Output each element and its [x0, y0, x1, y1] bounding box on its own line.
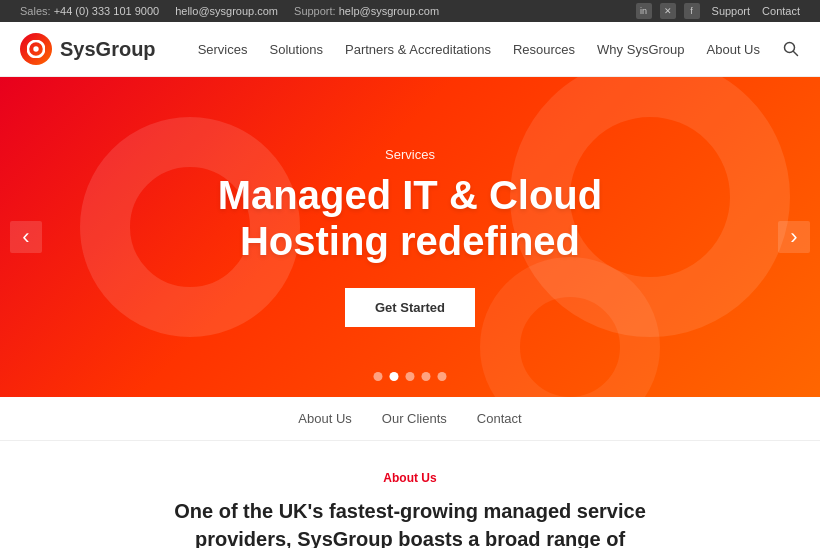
- hero-section: ‹ Services Managed IT & CloudHosting red…: [0, 77, 820, 397]
- nav-solutions[interactable]: Solutions: [270, 42, 323, 57]
- sub-nav-clients[interactable]: Our Clients: [382, 411, 447, 426]
- hero-title: Managed IT & CloudHosting redefined: [218, 172, 602, 264]
- about-section: About Us One of the UK's fastest-growing…: [0, 441, 820, 548]
- support-link[interactable]: Support: [712, 5, 751, 17]
- hero-dot-4[interactable]: [422, 372, 431, 381]
- logo[interactable]: SysGroup: [20, 33, 156, 65]
- top-bar-right: in ✕ f Support Contact: [636, 3, 800, 19]
- nav-services[interactable]: Services: [198, 42, 248, 57]
- support-email: help@sysgroup.com: [339, 5, 439, 17]
- about-label: About Us: [20, 471, 800, 485]
- logo-text: SysGroup: [60, 38, 156, 61]
- sales-label: Sales:: [20, 5, 51, 17]
- nav-bar: SysGroup Services Solutions Partners & A…: [0, 22, 820, 77]
- nav-resources[interactable]: Resources: [513, 42, 575, 57]
- nav-why-sysgroup[interactable]: Why SysGroup: [597, 42, 684, 57]
- contact-link[interactable]: Contact: [762, 5, 800, 17]
- svg-point-1: [33, 46, 38, 51]
- hero-cta-button[interactable]: Get Started: [345, 288, 475, 327]
- about-text: One of the UK's fastest-growing managed …: [150, 497, 670, 548]
- sub-nav-about[interactable]: About Us: [298, 411, 351, 426]
- nav-links: Services Solutions Partners & Accreditat…: [198, 40, 800, 58]
- support-info: Support: help@sysgroup.com: [294, 5, 439, 17]
- nav-about[interactable]: About Us: [707, 42, 760, 57]
- svg-line-3: [794, 52, 798, 56]
- top-bar: Sales: +44 (0) 333 101 9000 hello@sysgro…: [0, 0, 820, 22]
- hero-dot-5[interactable]: [438, 372, 447, 381]
- sales-phone: +44 (0) 333 101 9000: [54, 5, 160, 17]
- hero-subtitle: Services: [218, 147, 602, 162]
- logo-icon: [20, 33, 52, 65]
- hero-dot-2[interactable]: [390, 372, 399, 381]
- hero-dots: [374, 372, 447, 381]
- twitter-icon[interactable]: ✕: [660, 3, 676, 19]
- linkedin-icon[interactable]: in: [636, 3, 652, 19]
- sub-nav: About Us Our Clients Contact: [0, 397, 820, 441]
- hero-content: Services Managed IT & CloudHosting redef…: [218, 147, 602, 327]
- hero-next-button[interactable]: ›: [778, 221, 810, 253]
- support-label: Support:: [294, 5, 336, 17]
- sales-info: Sales: +44 (0) 333 101 9000: [20, 5, 159, 17]
- sub-nav-contact[interactable]: Contact: [477, 411, 522, 426]
- hero-dot-3[interactable]: [406, 372, 415, 381]
- social-icons: in ✕ f: [636, 3, 700, 19]
- hero-dot-1[interactable]: [374, 372, 383, 381]
- search-icon[interactable]: [782, 40, 800, 58]
- facebook-icon[interactable]: f: [684, 3, 700, 19]
- nav-partners[interactable]: Partners & Accreditations: [345, 42, 491, 57]
- top-bar-left: Sales: +44 (0) 333 101 9000 hello@sysgro…: [20, 5, 439, 17]
- hello-email: hello@sysgroup.com: [175, 5, 278, 17]
- hero-prev-button[interactable]: ‹: [10, 221, 42, 253]
